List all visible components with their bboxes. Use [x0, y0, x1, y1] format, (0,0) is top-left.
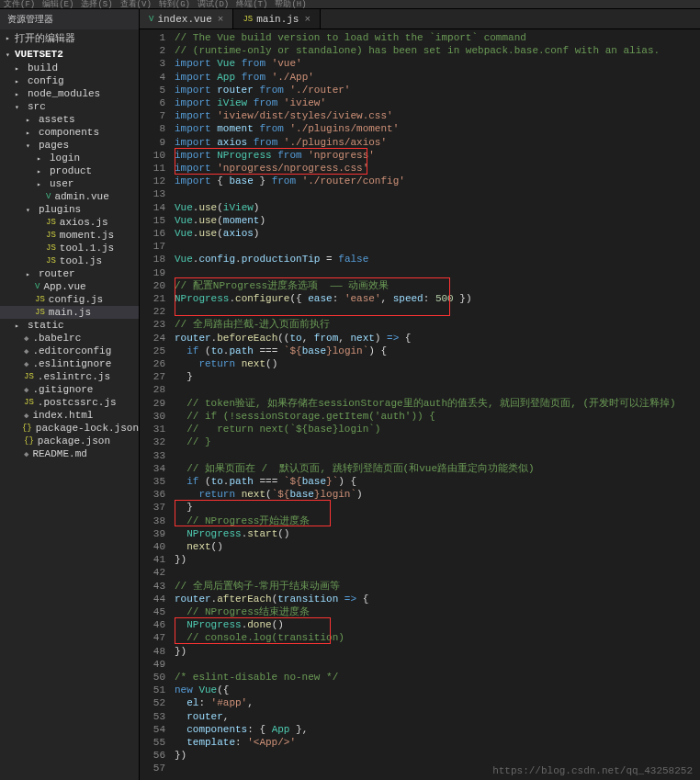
- code-line[interactable]: [175, 566, 700, 579]
- menubar[interactable]: 文件(F)编辑(E)选择(S)查看(V)转到(G)调试(D)终端(T)帮助(H): [0, 0, 700, 9]
- code-line[interactable]: [175, 266, 700, 279]
- code-line[interactable]: Vue.use(iView): [175, 201, 700, 214]
- close-icon[interactable]: ×: [304, 14, 310, 25]
- code-line[interactable]: NProgress.configure({ ease: 'ease', spee…: [175, 292, 700, 305]
- tree-item[interactable]: ▸static: [0, 319, 139, 332]
- code-line[interactable]: components: { App },: [175, 723, 700, 736]
- code-line[interactable]: import iView from 'iview': [175, 96, 700, 109]
- code-line[interactable]: return next(`${base}login`): [175, 488, 700, 501]
- code-line[interactable]: }): [175, 645, 700, 658]
- editor-tab[interactable]: JS main.js×: [233, 9, 321, 28]
- tree-item[interactable]: JS axios.js: [0, 216, 139, 229]
- code-editor[interactable]: 1234567891011121314151617181920212223242…: [140, 29, 700, 780]
- tree-item[interactable]: JS tool.1.js: [0, 242, 139, 254]
- tree-item[interactable]: ▸product: [0, 164, 139, 177]
- js-icon: JS: [35, 295, 45, 304]
- code-line[interactable]: import router from './router': [175, 84, 700, 96]
- code-line[interactable]: // NProgress结束进度条: [175, 605, 700, 618]
- tree-item[interactable]: ▸assets: [0, 113, 139, 126]
- tree-label: App.vue: [43, 281, 85, 292]
- tree-item[interactable]: V App.vue: [0, 280, 139, 293]
- js-icon: JS: [46, 256, 56, 266]
- code-line[interactable]: import moment from './plugins/moment': [175, 122, 700, 135]
- tree-item[interactable]: JS tool.js: [0, 254, 139, 267]
- tree-item[interactable]: V admin.vue: [0, 190, 139, 203]
- tree-item[interactable]: {} package.json: [0, 435, 139, 447]
- tree-item[interactable]: ▸user: [0, 177, 139, 190]
- code-line[interactable]: [175, 240, 700, 253]
- code-line[interactable]: // 全局路由拦截-进入页面前执行: [175, 318, 700, 331]
- tree-item[interactable]: ◆ README.md: [0, 447, 139, 460]
- code-line[interactable]: // if (!sessionStorage.getItem('auth')) …: [175, 410, 700, 423]
- tree-item[interactable]: ▾src: [0, 100, 139, 113]
- code-line[interactable]: // 全局后置钩子-常用于结束动画等: [175, 580, 700, 593]
- code-line[interactable]: new Vue({: [175, 684, 700, 696]
- code-area[interactable]: // The Vue build version to load with th…: [175, 29, 700, 780]
- code-line[interactable]: [175, 449, 700, 462]
- code-line[interactable]: import 'nprogress/nprogress.css': [175, 162, 700, 175]
- tree-item[interactable]: ◆ .babelrc: [0, 332, 139, 345]
- code-line[interactable]: el: '#app',: [175, 696, 700, 709]
- code-line[interactable]: [175, 187, 700, 200]
- open-editors-section[interactable]: ▸打开的编辑器: [0, 29, 139, 47]
- code-line[interactable]: router,: [175, 710, 700, 723]
- code-line[interactable]: import { base } from './router/config': [175, 175, 700, 187]
- tree-item[interactable]: ▾pages: [0, 139, 139, 152]
- code-line[interactable]: [175, 305, 700, 318]
- code-line[interactable]: // NProgress开始进度条: [175, 514, 700, 527]
- code-line[interactable]: return next(): [175, 357, 700, 370]
- code-line[interactable]: import axios from './plugins/axios': [175, 136, 700, 149]
- tree-item[interactable]: JS main.js: [0, 306, 139, 319]
- tree-item[interactable]: ▸config: [0, 74, 139, 87]
- tree-item[interactable]: JS .eslintrc.js: [0, 370, 139, 383]
- code-line[interactable]: // console.log(transition): [175, 631, 700, 644]
- code-line[interactable]: import NProgress from 'nprogress': [175, 149, 700, 162]
- code-line[interactable]: NProgress.done(): [175, 618, 700, 631]
- code-line[interactable]: // token验证, 如果存储在sessionStorage里的auth的值丢…: [175, 397, 700, 410]
- tree-item[interactable]: ◆ .eslintignore: [0, 357, 139, 370]
- tree-item[interactable]: ◆ index.html: [0, 409, 139, 422]
- code-line[interactable]: import 'iview/dist/styles/iview.css': [175, 109, 700, 122]
- code-line[interactable]: // 如果页面在 / 默认页面, 跳转到登陆页面(和vue路由重定向功能类似): [175, 462, 700, 475]
- code-line[interactable]: next(): [175, 540, 700, 553]
- code-line[interactable]: [175, 383, 700, 396]
- tree-item[interactable]: ◆ .editorconfig: [0, 345, 139, 357]
- code-line[interactable]: Vue.use(moment): [175, 214, 700, 227]
- code-line[interactable]: // The Vue build version to load with th…: [175, 31, 700, 44]
- code-line[interactable]: // (runtime-only or standalone) has been…: [175, 44, 700, 57]
- tree-item[interactable]: JS config.js: [0, 293, 139, 306]
- code-line[interactable]: Vue.use(axios): [175, 227, 700, 240]
- code-line[interactable]: }: [175, 370, 700, 383]
- tree-label: static: [28, 320, 64, 331]
- close-icon[interactable]: ×: [218, 14, 224, 25]
- project-root[interactable]: ▾VUETSET2: [0, 47, 139, 62]
- code-line[interactable]: // }: [175, 435, 700, 448]
- tree-item[interactable]: ▸components: [0, 126, 139, 139]
- code-line[interactable]: import Vue from 'vue': [175, 57, 700, 70]
- tree-item[interactable]: ▸login: [0, 152, 139, 164]
- code-line[interactable]: import App from './App': [175, 71, 700, 84]
- code-line[interactable]: }: [175, 501, 700, 514]
- tree-item[interactable]: ◆ .gitignore: [0, 383, 139, 396]
- code-line[interactable]: template: '<App/>': [175, 736, 700, 749]
- code-line[interactable]: // return next(`${base}login`): [175, 423, 700, 435]
- code-line[interactable]: }): [175, 553, 700, 566]
- code-line[interactable]: }): [175, 749, 700, 762]
- tree-item[interactable]: ▸router: [0, 267, 139, 280]
- code-line[interactable]: [175, 658, 700, 671]
- code-line[interactable]: Vue.config.productionTip = false: [175, 253, 700, 266]
- tree-item[interactable]: ▾plugins: [0, 203, 139, 216]
- code-line[interactable]: if (to.path === `${base}login`) {: [175, 345, 700, 357]
- code-line[interactable]: router.afterEach(transition => {: [175, 593, 700, 605]
- tree-item[interactable]: ▸node_modules: [0, 87, 139, 100]
- tree-item[interactable]: JS moment.js: [0, 229, 139, 242]
- editor-tab[interactable]: V index.vue×: [140, 9, 233, 28]
- code-line[interactable]: if (to.path === `${base}`) {: [175, 475, 700, 488]
- tree-item[interactable]: {} package-lock.json: [0, 422, 139, 435]
- code-line[interactable]: router.beforeEach((to, from, next) => {: [175, 332, 700, 345]
- code-line[interactable]: NProgress.start(): [175, 527, 700, 540]
- tree-item[interactable]: ▸build: [0, 62, 139, 74]
- code-line[interactable]: /* eslint-disable no-new */: [175, 671, 700, 684]
- code-line[interactable]: // 配置NProgress进度条选项 —— 动画效果: [175, 279, 700, 292]
- tree-item[interactable]: JS .postcssrc.js: [0, 396, 139, 409]
